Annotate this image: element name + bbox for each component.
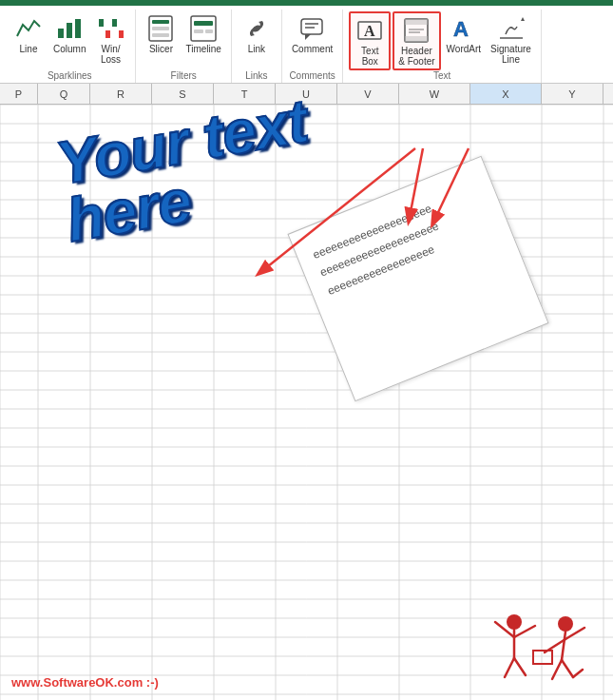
- svg-rect-3: [99, 19, 104, 27]
- svg-rect-9: [152, 27, 169, 30]
- ribbon-btn-wordart[interactable]: A WordArt: [443, 11, 486, 56]
- text-group-label: Text: [349, 70, 535, 83]
- ribbon-btn-winloss[interactable]: Win/Loss: [91, 11, 129, 67]
- ribbon-btn-header-footer[interactable]: Header& Footer: [393, 11, 440, 70]
- svg-line-41: [562, 632, 565, 660]
- link-label: Link: [248, 44, 265, 54]
- col-header-P: P: [0, 84, 38, 104]
- svg-rect-22: [405, 19, 428, 25]
- svg-marker-16: [305, 34, 311, 40]
- wordart-label: WordArt: [447, 44, 482, 54]
- svg-rect-15: [301, 19, 322, 34]
- ribbon-group-comments: Comment Comments: [282, 10, 343, 83]
- header-footer-label: Header& Footer: [398, 46, 434, 67]
- ribbon: Line Column: [0, 6, 613, 84]
- ribbon-btn-textbox[interactable]: A TextBox: [349, 11, 391, 70]
- header-footer-icon: [401, 15, 431, 46]
- ribbon-group-text: A TextBox: [343, 10, 542, 83]
- svg-rect-13: [194, 29, 203, 33]
- svg-text:A: A: [453, 17, 469, 41]
- ribbon-group-filters: Slicer Timeline Filters: [136, 10, 231, 83]
- comment-label: Comment: [292, 44, 333, 54]
- svg-rect-23: [405, 36, 428, 42]
- svg-rect-14: [205, 29, 213, 33]
- ribbon-btn-signature[interactable]: SignatureLine: [487, 11, 535, 67]
- line-icon: [13, 13, 44, 44]
- svg-line-44: [552, 660, 562, 679]
- svg-line-45: [562, 660, 573, 677]
- ribbon-group-sparklines: Line Column: [4, 10, 136, 83]
- svg-text:A: A: [364, 23, 375, 39]
- column-icon: [54, 13, 85, 44]
- ribbon-btn-line[interactable]: Line: [10, 11, 48, 56]
- col-header-X: X: [470, 84, 542, 104]
- svg-rect-10: [152, 33, 169, 37]
- svg-rect-39: [533, 651, 552, 664]
- main-area: P Q R S T U V W X Y Your text here eeeee…: [0, 84, 613, 700]
- textbox-icon: A: [354, 15, 385, 46]
- ribbon-btn-timeline[interactable]: Timeline: [182, 11, 224, 56]
- svg-rect-12: [194, 21, 213, 26]
- col-header-Y: Y: [542, 84, 603, 104]
- footer-text: www.SoftwareOK.com :-): [11, 675, 159, 690]
- ribbon-btn-column[interactable]: Column: [49, 11, 89, 56]
- winloss-icon: [95, 13, 125, 44]
- slicer-label: Slicer: [149, 44, 173, 54]
- svg-line-46: [573, 670, 583, 677]
- timeline-label: Timeline: [185, 44, 220, 54]
- svg-rect-6: [119, 30, 124, 38]
- svg-rect-1: [67, 23, 72, 38]
- winloss-label: Win/Loss: [101, 44, 121, 65]
- svg-rect-4: [105, 30, 110, 38]
- col-header-V: V: [337, 84, 399, 104]
- signature-label: SignatureLine: [490, 44, 531, 65]
- svg-marker-28: [521, 17, 525, 21]
- svg-line-38: [514, 658, 526, 675]
- svg-line-37: [505, 658, 514, 677]
- link-icon: [241, 13, 272, 44]
- links-group-label: Links: [238, 70, 276, 83]
- svg-rect-2: [75, 19, 81, 38]
- svg-rect-11: [191, 16, 216, 41]
- slicer-icon: [145, 13, 176, 44]
- col-header-row: P Q R S T U V W X Y: [0, 84, 613, 105]
- filters-group-label: Filters: [142, 70, 224, 83]
- svg-point-33: [507, 614, 522, 630]
- svg-rect-8: [152, 20, 169, 24]
- comment-icon: [297, 13, 328, 44]
- line-label: Line: [20, 44, 38, 54]
- col-header-Q: Q: [38, 84, 90, 104]
- ribbon-group-links: Link Links: [232, 10, 282, 83]
- sparklines-group-label: Sparklines: [10, 70, 129, 83]
- mascot: [478, 603, 602, 693]
- signature-icon: [496, 13, 527, 44]
- ribbon-btn-link[interactable]: Link: [238, 11, 276, 56]
- svg-rect-0: [58, 29, 64, 38]
- svg-rect-5: [112, 19, 117, 27]
- ribbon-btn-slicer[interactable]: Slicer: [142, 11, 180, 56]
- ribbon-btn-comment[interactable]: Comment: [288, 11, 336, 56]
- comments-group-label: Comments: [288, 70, 336, 83]
- svg-point-40: [558, 616, 573, 632]
- wordart-icon: A: [449, 13, 479, 44]
- col-header-W: W: [399, 84, 470, 104]
- col-header-S: S: [152, 84, 214, 104]
- textbox-label: TextBox: [361, 46, 378, 67]
- timeline-icon: [188, 13, 219, 44]
- col-header-R: R: [90, 84, 152, 104]
- column-label: Column: [53, 44, 86, 54]
